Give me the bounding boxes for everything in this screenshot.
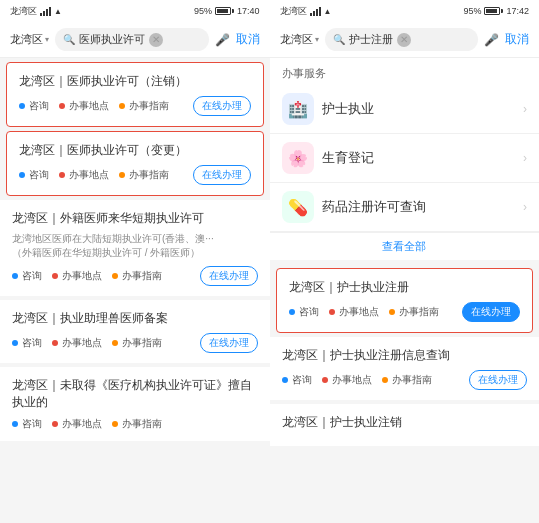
dot-blue-3	[12, 273, 18, 279]
left-battery-body	[215, 7, 231, 15]
left-signal	[40, 7, 51, 16]
left-result-3-actions: 咨询 办事地点 办事指南 在线办理	[12, 266, 258, 286]
left-battery-fill	[217, 9, 228, 13]
left-mic-icon[interactable]: 🎤	[215, 33, 230, 47]
right-cancel-btn[interactable]: 取消	[505, 31, 529, 48]
left-result-1[interactable]: 龙湾区｜医师执业许可（注销） 咨询 办事地点 办事指南 在线办理	[6, 62, 264, 127]
right-service-2[interactable]: 🌸 生育登记 ›	[270, 134, 540, 183]
left-result-3-subtitle: 龙湾地区医师在大陆短期执业许可(香港、澳···（外籍医师在华短期执业许可 / 外…	[12, 232, 258, 260]
left-search-wrap[interactable]: 🔍 医师执业许可 ✕	[55, 28, 209, 51]
right-r2-online-btn[interactable]: 在线办理	[469, 370, 527, 390]
right-result-1-actions: 咨询 办事地点 办事指南 在线办理	[289, 302, 521, 322]
left-r5-guide[interactable]: 办事指南	[112, 417, 162, 431]
left-r2-location[interactable]: 办事地点	[59, 168, 109, 182]
dot-orange-5	[112, 421, 118, 427]
left-r4-consult[interactable]: 咨询	[12, 336, 42, 350]
left-result-4[interactable]: 龙湾区｜执业助理兽医师备案 咨询 办事地点 办事指南 在线办理	[0, 300, 270, 363]
r-signal-bar-1	[310, 13, 312, 16]
left-r1-consult[interactable]: 咨询	[19, 99, 49, 113]
right-r1-consult[interactable]: 咨询	[289, 305, 319, 319]
left-r4-guide[interactable]: 办事指南	[112, 336, 162, 350]
dot-orange-4	[112, 340, 118, 346]
service-3-icon: 💊	[282, 191, 314, 223]
right-battery-tip	[501, 9, 503, 13]
right-location[interactable]: 龙湾区	[280, 32, 319, 47]
left-result-1-title: 龙湾区｜医师执业许可（注销）	[19, 73, 251, 90]
left-r1-online-btn[interactable]: 在线办理	[193, 96, 251, 116]
left-r5-consult[interactable]: 咨询	[12, 417, 42, 431]
left-search-query: 医师执业许可	[79, 32, 145, 47]
left-r2-guide[interactable]: 办事指南	[119, 168, 169, 182]
right-r2-location[interactable]: 办事地点	[322, 373, 372, 387]
dot-blue-4	[12, 340, 18, 346]
left-r2-online-btn[interactable]: 在线办理	[193, 165, 251, 185]
right-battery-body	[484, 7, 500, 15]
left-status-right: 95% 17:40	[194, 6, 260, 16]
right-r2-consult[interactable]: 咨询	[282, 373, 312, 387]
right-status-left: 龙湾区 ▲	[280, 5, 332, 18]
dot-orange-2	[119, 172, 125, 178]
left-r3-consult[interactable]: 咨询	[12, 269, 42, 283]
right-services-section: 办事服务 🏥 护士执业 › 🌸 生育登记 › 💊 药品注册许可查询	[270, 58, 540, 260]
right-panel: 龙湾区 ▲ 95% 17:42 龙湾区 🔍 护士注册	[270, 0, 540, 523]
drug-icon: 💊	[288, 198, 308, 217]
service-1-chevron: ›	[523, 102, 527, 116]
dot-red-4	[52, 340, 58, 346]
right-signal	[310, 7, 321, 16]
left-result-5-actions: 咨询 办事地点 办事指南	[12, 417, 258, 431]
dot-red-5	[52, 421, 58, 427]
left-r1-guide[interactable]: 办事指南	[119, 99, 169, 113]
left-r3-online-btn[interactable]: 在线办理	[200, 266, 258, 286]
r-signal-bar-4	[319, 7, 321, 16]
left-r2-consult[interactable]: 咨询	[19, 168, 49, 182]
right-r1-online-btn[interactable]: 在线办理	[462, 302, 520, 322]
right-search-bar: 龙湾区 🔍 护士注册 ✕ 🎤 取消	[270, 22, 540, 58]
birth-icon: 🌸	[288, 149, 308, 168]
service-2-icon: 🌸	[282, 142, 314, 174]
left-location[interactable]: 龙湾区	[10, 32, 49, 47]
r-dot-orange-1	[389, 309, 395, 315]
right-r1-guide[interactable]: 办事指南	[389, 305, 439, 319]
left-result-3[interactable]: 龙湾区｜外籍医师来华短期执业许可 龙湾地区医师在大陆短期执业许可(香港、澳···…	[0, 200, 270, 297]
left-result-5-title: 龙湾区｜未取得《医疗机构执业许可证》擅自执业的	[12, 377, 258, 411]
left-r1-location[interactable]: 办事地点	[59, 99, 109, 113]
left-r4-online-btn[interactable]: 在线办理	[200, 333, 258, 353]
left-result-2[interactable]: 龙湾区｜医师执业许可（变更） 咨询 办事地点 办事指南 在线办理	[6, 131, 264, 196]
left-battery-pct: 95%	[194, 6, 212, 16]
left-r4-location[interactable]: 办事地点	[52, 336, 102, 350]
right-wifi-icon: ▲	[324, 7, 332, 16]
r-dot-orange-2	[382, 377, 388, 383]
left-cancel-btn[interactable]: 取消	[236, 31, 260, 48]
r-signal-bar-2	[313, 11, 315, 16]
left-result-5[interactable]: 龙湾区｜未取得《医疗机构执业许可证》擅自执业的 咨询 办事地点 办事指南	[0, 367, 270, 441]
right-result-2[interactable]: 龙湾区｜护士执业注册信息查询 咨询 办事地点 办事指南 在线办理	[270, 337, 540, 400]
right-r1-location[interactable]: 办事地点	[329, 305, 379, 319]
right-clear-btn[interactable]: ✕	[397, 33, 411, 47]
service-2-chevron: ›	[523, 151, 527, 165]
right-time: 17:42	[506, 6, 529, 16]
right-result-3[interactable]: 龙湾区｜护士执业注销	[270, 404, 540, 447]
left-search-icon: 🔍	[63, 34, 75, 45]
right-mic-icon[interactable]: 🎤	[484, 33, 499, 47]
right-service-3[interactable]: 💊 药品注册许可查询 ›	[270, 183, 540, 232]
right-search-wrap[interactable]: 🔍 护士注册 ✕	[325, 28, 479, 51]
right-r2-guide[interactable]: 办事指南	[382, 373, 432, 387]
left-result-4-actions: 咨询 办事地点 办事指南 在线办理	[12, 333, 258, 353]
right-status-bar: 龙湾区 ▲ 95% 17:42	[270, 0, 540, 22]
right-result-3-title: 龙湾区｜护士执业注销	[282, 414, 528, 431]
right-view-all[interactable]: 查看全部	[270, 232, 540, 260]
left-r5-location[interactable]: 办事地点	[52, 417, 102, 431]
signal-bar-3	[46, 9, 48, 16]
dot-blue-2	[19, 172, 25, 178]
signal-bar-1	[40, 13, 42, 16]
r-signal-bar-3	[316, 9, 318, 16]
dot-blue-1	[19, 103, 25, 109]
left-clear-btn[interactable]: ✕	[149, 33, 163, 47]
r-dot-red-2	[322, 377, 328, 383]
right-result-1[interactable]: 龙湾区｜护士执业注册 咨询 办事地点 办事指南 在线办理	[276, 268, 534, 333]
left-r3-location[interactable]: 办事地点	[52, 269, 102, 283]
service-2-name: 生育登记	[322, 149, 516, 167]
right-service-1[interactable]: 🏥 护士执业 ›	[270, 85, 540, 134]
left-carrier: 龙湾区	[10, 5, 37, 18]
left-r3-guide[interactable]: 办事指南	[112, 269, 162, 283]
